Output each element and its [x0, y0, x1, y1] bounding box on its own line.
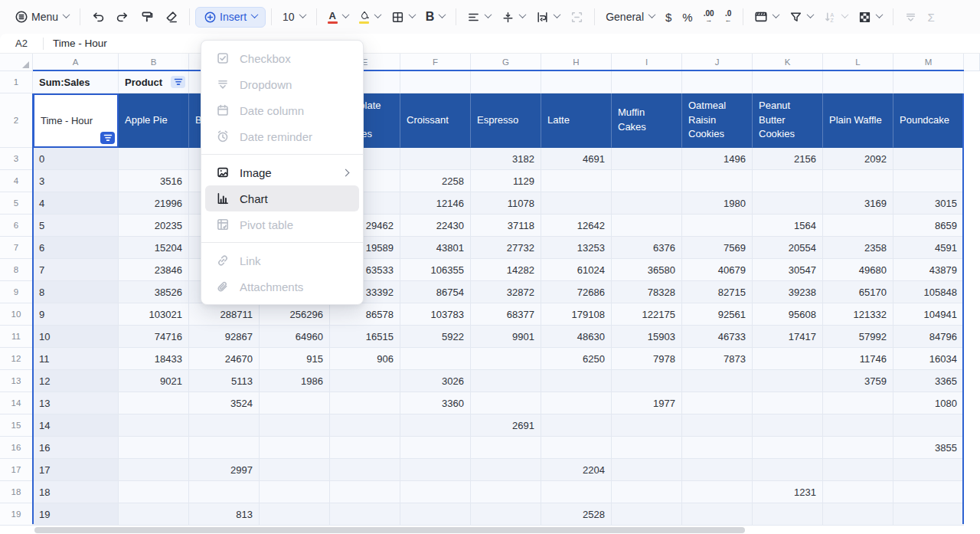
column-header-f[interactable]: F — [400, 54, 471, 71]
value-cell[interactable]: 64960 — [260, 326, 330, 348]
value-cell[interactable]: 23846 — [119, 259, 189, 281]
value-cell[interactable]: 104941 — [893, 303, 964, 326]
column-label-cell[interactable]: Muffin Cakes — [612, 93, 682, 148]
value-cell[interactable]: 179108 — [541, 303, 612, 326]
row-header-1[interactable]: 1 — [0, 71, 33, 93]
row-header-19[interactable]: 19 — [0, 503, 33, 526]
time-cell[interactable]: 19 — [33, 503, 119, 526]
value-cell[interactable]: 22430 — [400, 215, 471, 237]
undo-button[interactable] — [86, 6, 110, 28]
value-cell[interactable]: 17417 — [753, 326, 823, 348]
value-cell[interactable]: 6250 — [541, 348, 612, 370]
value-cell[interactable]: 86754 — [400, 281, 471, 303]
value-cell[interactable]: 18433 — [119, 348, 189, 370]
value-cell[interactable]: 122175 — [612, 303, 682, 326]
value-cell[interactable]: 82715 — [682, 281, 753, 303]
value-cell[interactable] — [330, 481, 400, 503]
value-cell[interactable] — [541, 392, 612, 414]
value-cell[interactable] — [330, 414, 400, 437]
value-cell[interactable] — [189, 481, 260, 503]
value-cell[interactable]: 21996 — [119, 192, 189, 215]
row-header-15[interactable]: 15 — [0, 414, 33, 437]
cell-reference-box[interactable]: A2 — [0, 38, 43, 49]
time-cell[interactable]: 7 — [33, 259, 119, 281]
row-header-13[interactable]: 13 — [0, 370, 33, 392]
table-name-cell[interactable]: Sum:Sales — [33, 71, 119, 93]
value-cell[interactable]: 78328 — [612, 281, 682, 303]
row-header-2[interactable]: 2 — [0, 93, 33, 148]
value-cell[interactable] — [682, 370, 753, 392]
value-cell[interactable]: 43879 — [893, 259, 964, 281]
value-cell[interactable]: 84796 — [893, 326, 964, 348]
value-cell[interactable]: 72686 — [541, 281, 612, 303]
time-cell[interactable]: 12 — [33, 370, 119, 392]
empty-cell[interactable] — [823, 71, 893, 93]
value-cell[interactable]: 2156 — [753, 148, 823, 170]
value-cell[interactable]: 121332 — [823, 303, 893, 326]
value-cell[interactable]: 1986 — [260, 370, 330, 392]
value-cell[interactable]: 103021 — [119, 303, 189, 326]
value-cell[interactable] — [893, 459, 964, 481]
value-cell[interactable] — [119, 148, 189, 170]
value-cell[interactable]: 39238 — [753, 281, 823, 303]
value-cell[interactable]: 2258 — [400, 170, 471, 192]
value-cell[interactable] — [823, 503, 893, 526]
column-label-cell[interactable]: Plain Waffle — [823, 93, 893, 148]
value-cell[interactable]: 9021 — [119, 370, 189, 392]
text-color-button[interactable]: A — [322, 7, 354, 28]
time-cell[interactable]: 17 — [33, 459, 119, 481]
value-cell[interactable] — [682, 503, 753, 526]
time-cell[interactable]: 13 — [33, 392, 119, 414]
row-header-6[interactable]: 6 — [0, 215, 33, 237]
value-cell[interactable] — [330, 370, 400, 392]
value-cell[interactable] — [612, 192, 682, 215]
value-cell[interactable]: 3855 — [893, 437, 964, 459]
value-cell[interactable] — [330, 392, 400, 414]
value-cell[interactable] — [682, 459, 753, 481]
number-format-selector[interactable]: General — [600, 7, 660, 27]
value-cell[interactable] — [753, 370, 823, 392]
value-cell[interactable]: 95608 — [753, 303, 823, 326]
column-header-i[interactable]: I — [612, 54, 682, 71]
menu-button[interactable]: Menu — [9, 6, 74, 28]
row-header-7[interactable]: 7 — [0, 237, 33, 259]
time-cell[interactable]: 6 — [33, 237, 119, 259]
value-cell[interactable] — [753, 192, 823, 215]
column-header-g[interactable]: G — [471, 54, 541, 71]
value-cell[interactable] — [753, 392, 823, 414]
value-cell[interactable]: 92561 — [682, 303, 753, 326]
value-cell[interactable] — [541, 370, 612, 392]
font-size-selector[interactable]: 10 — [277, 7, 311, 27]
column-header-h[interactable]: H — [541, 54, 612, 71]
column-header-m[interactable]: M — [893, 54, 964, 71]
percent-format-button[interactable]: % — [677, 7, 697, 28]
value-cell[interactable]: 11078 — [471, 192, 541, 215]
value-cell[interactable] — [612, 370, 682, 392]
value-cell[interactable] — [612, 481, 682, 503]
value-cell[interactable]: 13253 — [541, 237, 612, 259]
date-format-button[interactable] — [749, 6, 784, 28]
value-cell[interactable]: 20235 — [119, 215, 189, 237]
value-cell[interactable]: 1977 — [612, 392, 682, 414]
value-cell[interactable] — [541, 414, 612, 437]
value-cell[interactable] — [260, 392, 330, 414]
value-cell[interactable] — [612, 170, 682, 192]
value-cell[interactable] — [541, 481, 612, 503]
value-cell[interactable]: 9901 — [471, 326, 541, 348]
value-cell[interactable] — [400, 148, 471, 170]
row-header-12[interactable]: 12 — [0, 348, 33, 370]
filter-icon[interactable] — [100, 132, 115, 144]
time-cell[interactable]: 3 — [33, 170, 119, 192]
column-header-l[interactable]: L — [823, 54, 893, 71]
time-cell[interactable]: 4 — [33, 192, 119, 215]
value-cell[interactable]: 256296 — [260, 303, 330, 326]
value-cell[interactable] — [893, 170, 964, 192]
value-cell[interactable]: 8659 — [893, 215, 964, 237]
value-cell[interactable] — [119, 414, 189, 437]
value-cell[interactable]: 68377 — [471, 303, 541, 326]
value-cell[interactable] — [682, 392, 753, 414]
value-cell[interactable] — [471, 392, 541, 414]
value-cell[interactable] — [260, 414, 330, 437]
row-header-14[interactable]: 14 — [0, 392, 33, 414]
value-cell[interactable]: 288711 — [189, 303, 260, 326]
